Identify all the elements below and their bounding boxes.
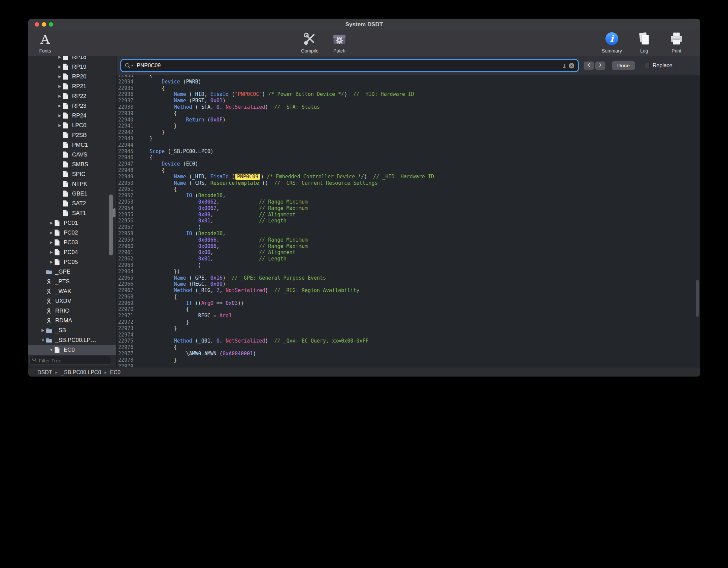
tree-item-rrio[interactable]: RRIO xyxy=(28,306,116,316)
code-text: Method (_STA, 0, NotSerialized) // _STA:… xyxy=(137,104,320,110)
disclosure-triangle[interactable]: ▶ xyxy=(40,328,46,332)
line-number: 22939 xyxy=(117,110,137,117)
disclosure-triangle[interactable]: ▶ xyxy=(48,230,54,235)
document-icon xyxy=(63,102,71,109)
disclosure-triangle[interactable]: ▼ xyxy=(40,338,46,342)
disclosure-triangle[interactable]: ▶ xyxy=(57,56,63,59)
code-line: 22934 Device (PWRB) xyxy=(117,79,700,85)
tree-item-_gpe[interactable]: _GPE xyxy=(28,267,116,277)
editor-scrollbar-thumb[interactable] xyxy=(696,280,699,317)
tree-item-uxdv[interactable]: UXDV xyxy=(28,296,116,306)
tree-item-pmc1[interactable]: PMC1 xyxy=(28,140,116,150)
code-editor[interactable]: 22933 {22934 Device (PWRB)22935 {22936 N… xyxy=(117,75,700,367)
patch-button[interactable]: Patch xyxy=(327,31,352,54)
tree-item-_sbpc00lp[interactable]: ▼_SB.PC00.LP… xyxy=(28,335,116,345)
tree-item-pc02[interactable]: ▶PC02 xyxy=(28,228,116,238)
disclosure-triangle[interactable]: ▶ xyxy=(48,260,54,264)
code-line: 22977 \AMW0.AMWN (0xA0040001) xyxy=(117,351,700,357)
summary-button[interactable]: i Summary xyxy=(600,31,624,54)
tree-item-rp19[interactable]: ▶RP19 xyxy=(28,62,116,72)
tree-item-pc01[interactable]: ▶PC01 xyxy=(28,218,116,228)
filter-tree-field[interactable] xyxy=(29,356,111,365)
breadcrumb-separator: ▸ xyxy=(56,370,58,375)
line-number: 22945 xyxy=(117,148,137,155)
tree-item-pc04[interactable]: ▶PC04 xyxy=(28,247,116,257)
code-text: { xyxy=(137,75,153,79)
tree-item-label: SPIC xyxy=(72,171,86,178)
search-menu-icon[interactable] xyxy=(125,63,134,69)
code-text: } xyxy=(137,123,177,129)
tree-item-rp23[interactable]: ▶RP23 xyxy=(28,101,116,111)
clear-search-icon[interactable] xyxy=(569,63,574,69)
tree-item-rp21[interactable]: ▶RP21 xyxy=(28,81,116,91)
line-number: 22978 xyxy=(117,357,137,363)
tree-item-rp18[interactable]: ▶RP18 xyxy=(28,56,116,62)
tree-item-p2sb[interactable]: P2SB xyxy=(28,130,116,140)
code-line: 22958 IO (Decode16, xyxy=(117,230,700,237)
disclosure-triangle[interactable]: ▶ xyxy=(57,113,63,118)
disclosure-triangle[interactable]: ▶ xyxy=(57,104,63,108)
filter-tree-input[interactable] xyxy=(39,358,108,363)
tree-item-pc03[interactable]: ▶PC03 xyxy=(28,238,116,247)
code-text: 0x01, // Length xyxy=(137,218,287,224)
search-input[interactable] xyxy=(137,63,563,69)
tree-item-sat2[interactable]: SAT2 xyxy=(28,199,116,208)
tree-item-rp20[interactable]: ▶RP20 xyxy=(28,72,116,81)
tree-item-cavs[interactable]: CAVS xyxy=(28,150,116,159)
disclosure-triangle[interactable]: ▶ xyxy=(57,123,63,128)
replace-checkbox[interactable] xyxy=(644,63,650,68)
tree-item-rp24[interactable]: ▶RP24 xyxy=(28,111,116,120)
tree-item-ec0[interactable]: ▼EC0 xyxy=(28,345,116,355)
code-text: 0x01, // Length xyxy=(137,256,287,262)
tree-item-pc05[interactable]: ▶PC05 xyxy=(28,257,116,267)
tree-item-ntpk[interactable]: NTPK xyxy=(28,179,116,189)
breadcrumb-item[interactable]: EC0 xyxy=(110,369,121,376)
compile-button[interactable]: Compile xyxy=(298,31,322,54)
code-text: { xyxy=(137,306,189,313)
breadcrumb-item[interactable]: DSDT xyxy=(37,369,52,376)
log-button[interactable]: Log xyxy=(632,31,656,54)
tree-item-gbe1[interactable]: GBE1 xyxy=(28,189,116,199)
code-text: IO (Decode16, xyxy=(137,192,226,199)
document-icon xyxy=(54,219,62,226)
disclosure-triangle[interactable]: ▶ xyxy=(57,84,63,88)
tree-item-spic[interactable]: SPIC xyxy=(28,169,116,179)
fonts-button[interactable]: A Fonts xyxy=(33,31,57,54)
patch-gear-icon xyxy=(332,31,347,48)
tree-item-rdma[interactable]: RDMA xyxy=(28,316,116,325)
line-number: 22952 xyxy=(117,192,137,199)
previous-match-button[interactable] xyxy=(584,61,594,70)
disclosure-triangle[interactable]: ▼ xyxy=(48,348,54,352)
done-button[interactable]: Done xyxy=(612,61,635,70)
sidebar-scrollbar-thumb[interactable] xyxy=(109,194,113,255)
tree-item-_wak[interactable]: _WAK xyxy=(28,286,116,296)
tree-item-sat1[interactable]: SAT1 xyxy=(28,208,116,218)
disclosure-triangle[interactable]: ▶ xyxy=(57,74,63,79)
code-line: 22943 } xyxy=(117,136,700,142)
pane-splitter-handle[interactable] xyxy=(113,208,115,217)
print-button[interactable]: Print xyxy=(664,31,689,54)
tree-item-lpc0[interactable]: ▶LPC0 xyxy=(28,120,116,130)
disclosure-triangle[interactable]: ▶ xyxy=(48,250,54,254)
disclosure-triangle[interactable]: ▶ xyxy=(48,221,54,225)
tree-item-_sb[interactable]: ▶_SB xyxy=(28,325,116,335)
tree-item-_pts[interactable]: _PTS xyxy=(28,277,116,286)
document-icon xyxy=(63,93,71,100)
disclosure-triangle[interactable]: ▶ xyxy=(57,94,63,98)
tree-item-rp22[interactable]: ▶RP22 xyxy=(28,91,116,101)
breadcrumb-item[interactable]: _SB.PC00.LPC0 xyxy=(61,369,101,376)
line-number: 22941 xyxy=(117,123,137,129)
next-match-button[interactable] xyxy=(595,61,605,70)
disclosure-triangle[interactable]: ▶ xyxy=(48,240,54,245)
line-number: 22946 xyxy=(117,154,137,161)
document-icon xyxy=(54,258,62,265)
line-number: 22973 xyxy=(117,325,137,332)
code-line: 22938 Method (_STA, 0, NotSerialized) //… xyxy=(117,104,700,110)
folder-icon xyxy=(46,269,54,275)
tree-item-label: PC02 xyxy=(64,229,78,236)
method-icon xyxy=(46,288,54,294)
disclosure-triangle[interactable]: ▶ xyxy=(57,65,63,69)
print-label: Print xyxy=(672,48,682,54)
tree-item-smbs[interactable]: SMBS xyxy=(28,159,116,169)
search-field[interactable]: 1 xyxy=(121,60,578,71)
